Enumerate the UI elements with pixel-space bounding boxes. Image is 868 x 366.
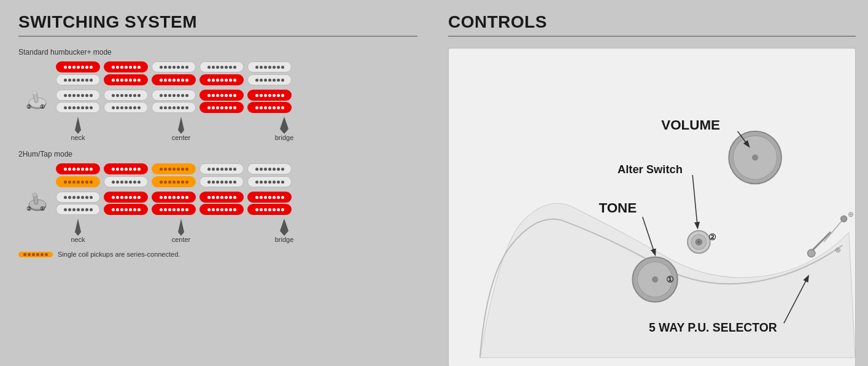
- capsule: [200, 192, 244, 203]
- bridge-label-1: bridge: [275, 134, 294, 141]
- svg-point-26: [808, 249, 815, 257]
- svg-line-33: [692, 175, 697, 228]
- capsule: [152, 192, 196, 203]
- switching-system-title: SWITCHING SYSTEM: [18, 12, 417, 32]
- capsule: [200, 176, 244, 187]
- capsule: [200, 61, 244, 72]
- bridge-col-2: bridge: [260, 219, 308, 243]
- selector-label-text: 5 WAY P.U. SELECTOR: [649, 321, 777, 334]
- capsule: [200, 102, 244, 113]
- switch-icon-2: ② ①: [18, 192, 52, 214]
- svg-line-27: [824, 221, 842, 242]
- svg-text:⊕: ⊕: [848, 210, 854, 219]
- neck-label-2: neck: [71, 236, 85, 243]
- capsule-group: [247, 192, 292, 215]
- controls-diagram: ② ⊕ ⊕ ① VOLUME Alter Switch TONE: [448, 48, 856, 366]
- mode1-label: Standard humbucker+ mode: [18, 48, 417, 56]
- capsule-group: [104, 90, 148, 113]
- neck-col-1: neck: [54, 117, 102, 141]
- alter-switch-label-text: Alter Switch: [618, 163, 683, 176]
- svg-point-12: [32, 193, 37, 197]
- switch-icon-1: ② ①: [18, 90, 52, 112]
- mode1-row1: [18, 61, 417, 72]
- capsule: [104, 192, 148, 203]
- capsule: [104, 90, 148, 101]
- capsule-group: [247, 90, 292, 113]
- left-divider: [18, 36, 417, 37]
- svg-marker-8: [280, 117, 289, 134]
- capsule: [56, 61, 100, 72]
- capsule: [152, 176, 196, 187]
- mode2-row1: [18, 163, 417, 174]
- capsule: [152, 90, 196, 101]
- capsule: [200, 74, 244, 85]
- capsule: [247, 204, 292, 215]
- neck-label-1: neck: [71, 134, 85, 141]
- left-panel: SWITCHING SYSTEM Standard humbucker+ mod…: [0, 0, 436, 366]
- capsule: [104, 176, 148, 187]
- svg-marker-17: [280, 219, 289, 236]
- bridge-fin-icon-2: [278, 219, 290, 236]
- center-fin-icon-2: [176, 219, 187, 236]
- svg-text:①: ①: [40, 206, 45, 212]
- capsule: [200, 90, 244, 101]
- capsule: [104, 102, 148, 113]
- capsule-group: [152, 192, 196, 215]
- capsule: [56, 163, 100, 174]
- ncb-labels-1: neck center bridge: [18, 117, 417, 141]
- capsule: [56, 74, 100, 85]
- tone-label-text: TONE: [599, 200, 637, 216]
- capsule-group: [104, 192, 148, 215]
- neck-col-2: neck: [54, 219, 102, 243]
- svg-point-3: [32, 91, 37, 95]
- svg-point-24: [697, 241, 700, 243]
- capsule: [152, 163, 196, 174]
- center-col-1: center: [157, 117, 205, 141]
- capsule: [152, 74, 196, 85]
- mode1-block: ② ①: [18, 61, 417, 113]
- center-label-2: center: [172, 236, 191, 243]
- capsule: [200, 163, 244, 174]
- capsule-group: [56, 192, 100, 215]
- capsule: [56, 90, 100, 101]
- volume-label-text: VOLUME: [661, 117, 720, 133]
- legend-capsule: [18, 252, 53, 257]
- svg-marker-7: [178, 117, 184, 134]
- center-col-2: center: [157, 219, 205, 243]
- capsule: [104, 74, 148, 85]
- bridge-fin-icon: [278, 117, 290, 134]
- capsule: [247, 102, 292, 113]
- capsule: [104, 61, 148, 72]
- mode2-label: 2Hum/Tap mode: [18, 150, 417, 158]
- right-divider: [448, 36, 856, 37]
- right-panel: CONTROLS ②: [436, 0, 868, 366]
- ncb-labels-2: neck center bridge: [18, 219, 417, 243]
- controls-svg: ② ⊕ ⊕ ① VOLUME Alter Switch TONE: [449, 49, 855, 366]
- neck-fin-icon: [72, 117, 83, 134]
- controls-title: CONTROLS: [448, 12, 856, 32]
- svg-text:②: ②: [708, 232, 716, 242]
- capsule: [56, 102, 100, 113]
- legend-text: Single coil pickups are series-connected…: [58, 251, 180, 258]
- bridge-label-2: bridge: [275, 236, 294, 243]
- capsule: [247, 74, 292, 85]
- capsule: [247, 90, 292, 101]
- capsule: [200, 204, 244, 215]
- svg-point-19: [752, 154, 758, 160]
- mode1-row3: ② ①: [18, 90, 417, 113]
- svg-text:②: ②: [26, 206, 31, 212]
- capsule: [152, 204, 196, 215]
- capsule: [247, 176, 292, 187]
- capsule: [247, 192, 292, 203]
- capsule: [56, 204, 100, 215]
- svg-marker-6: [75, 117, 81, 134]
- mode2-row3: ② ①: [18, 192, 417, 215]
- svg-marker-16: [178, 219, 184, 236]
- svg-text:①: ①: [40, 104, 45, 110]
- capsule: [247, 61, 292, 72]
- capsule-group: [200, 90, 244, 113]
- svg-text:⊕: ⊕: [835, 246, 841, 254]
- capsule-group: [200, 192, 244, 215]
- bridge-col-1: bridge: [260, 117, 308, 141]
- capsule: [104, 163, 148, 174]
